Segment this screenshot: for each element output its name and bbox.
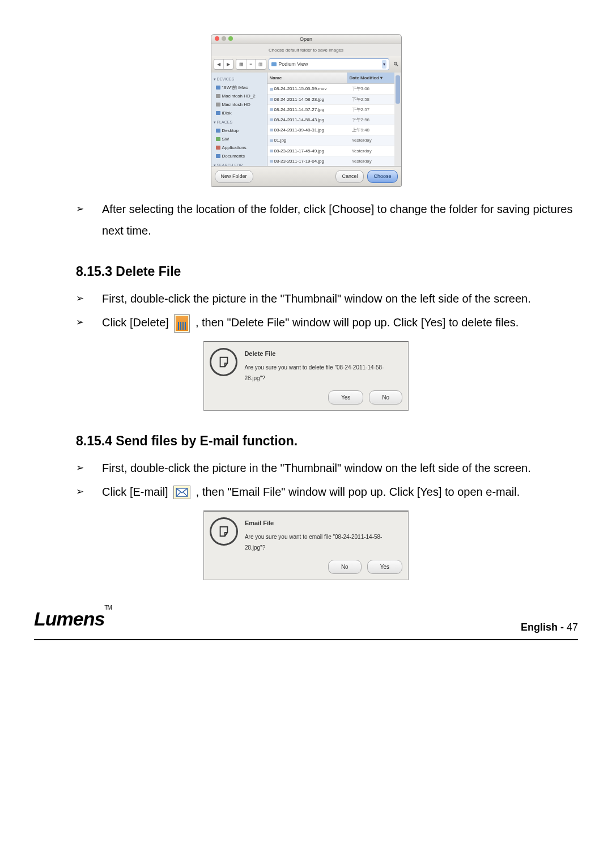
paragraph: First, double-click the picture in the "… [102,457,578,479]
table-row[interactable]: 08-24-2011-09-48-31.jpg上午9:48 [267,125,394,135]
dialog-toolbar: ◀ ▶ ▦ ≡ ▥ Podium View ▾ 🔍︎ [211,56,401,73]
column-view-icon[interactable]: ▥ [256,59,266,69]
no-button[interactable]: No [328,560,362,574]
sidebar-search-header: ▾ SEARCH FOR [214,161,265,166]
file-table: Name Date Modified ▾ 08-24-2011-15-05-59… [267,73,394,166]
search-icon[interactable]: 🔍︎ [393,59,399,70]
dialog-subtitle: Choose default folder to save images [211,44,401,56]
sidebar-item-docs[interactable]: Documents [214,152,265,160]
heading-delete-file: 8.15.3 Delete File [76,259,578,284]
table-row[interactable]: 08-23-2011-17-19-04.jpgYesterday [267,156,394,167]
heading-email-function: 8.15.4 Send files by E-mail function. [76,429,578,454]
window-controls[interactable] [215,36,233,41]
new-folder-button[interactable]: New Folder [215,170,253,183]
desktop-icon [216,129,220,133]
sidebar-devices-header: ▾ DEVICES [214,75,265,83]
scrollbar[interactable] [394,73,401,166]
page-footer: LumensTM English - 47 [34,601,578,641]
paragraph: Click [E-mail] , then "Email File" windo… [102,481,578,503]
column-date[interactable]: Date Modified ▾ [347,73,394,83]
cancel-button[interactable]: Cancel [335,170,364,183]
table-row[interactable]: 08-24-2011-14-58-28.jpg下午2:58 [267,95,394,105]
bullet-icon: ➢ [76,288,102,309]
dialog-title: Delete File [244,348,402,360]
icon-view-icon[interactable]: ▦ [236,59,247,69]
delete-icon [174,314,190,333]
sidebar-item-idisk[interactable]: iDisk [214,109,265,117]
paragraph: After selecting the location of the fold… [102,198,578,241]
documents-icon [216,154,220,158]
dialog-titlebar: Open [211,35,401,44]
bullet-icon: ➢ [76,312,102,333]
email-file-dialog: Email File Are you sure you want to emai… [203,510,409,580]
paragraph: Click [Delete] , then "Delete File" wind… [102,312,578,333]
bullet-icon: ➢ [76,481,102,503]
nav-buttons[interactable]: ◀ ▶ [214,59,233,70]
view-buttons[interactable]: ▦ ≡ ▥ [236,59,267,70]
dialog-title: Open [300,36,312,42]
delete-file-dialog: Delete File Are you sure you want to del… [203,341,409,411]
idisk-icon [216,111,220,115]
yes-button[interactable]: Yes [328,390,363,405]
table-row[interactable]: 08-24-2011-15-05-59.mov下午3:06 [267,84,394,94]
email-icon [173,486,190,499]
sidebar-item-sw[interactable]: SW [214,135,265,143]
sidebar-item-apps[interactable]: Applications [214,143,265,152]
no-button[interactable]: No [369,390,402,405]
column-name[interactable]: Name [267,73,347,83]
choose-button[interactable]: Choose [367,170,397,183]
location-label: Podium View [278,59,308,69]
forward-icon[interactable]: ▶ [224,59,233,69]
table-row[interactable]: 08-24-2011-14-56-43.jpg下午2:56 [267,115,394,125]
drive-icon [216,94,220,98]
folder-icon [271,62,277,66]
dialog-app-icon [210,348,237,376]
home-icon [216,137,220,141]
zoom-icon[interactable] [228,36,233,41]
sidebar-places-header: ▾ PLACES [214,118,265,126]
sidebar-item-hd[interactable]: Macintosh HD [214,100,265,109]
page-number: English - 47 [521,618,578,637]
bullet-icon: ➢ [76,198,102,241]
location-selector[interactable]: Podium View ▾ [269,58,389,70]
dialog-title: Email File [245,517,402,529]
computer-icon [216,86,220,90]
dialog-message: Are you sure you want to delete file "08… [244,362,402,384]
brand-logo: LumensTM [34,601,112,637]
sidebar-item-hd2[interactable]: Macintosh HD_2 [214,92,265,100]
table-row[interactable]: 01.jpgYesterday [267,135,394,146]
yes-button[interactable]: Yes [367,560,402,574]
sidebar: ▾ DEVICES "SW"的 iMac Macintosh HD_2 Maci… [211,73,267,166]
close-icon[interactable] [215,36,219,41]
paragraph: First, double-click the picture in the "… [102,288,578,309]
dialog-message: Are you sure you want to email file "08-… [245,531,402,553]
list-view-icon[interactable]: ≡ [247,59,256,69]
drive-icon [216,103,220,107]
open-dialog: Open Choose default folder to save image… [211,34,402,187]
sidebar-item-imac[interactable]: "SW"的 iMac [214,83,265,92]
sidebar-item-desktop[interactable]: Desktop [214,126,265,135]
dialog-app-icon [210,517,238,546]
table-row[interactable]: 08-24-2011-14-57-27.jpg下午2:57 [267,105,394,115]
table-row[interactable]: 08-23-2011-17-45-49.jpgYesterday [267,146,394,156]
chevron-down-icon: ▾ [382,60,386,69]
back-icon[interactable]: ◀ [214,59,224,69]
applications-icon [216,146,220,150]
bullet-icon: ➢ [76,457,102,479]
minimize-icon[interactable] [222,36,226,41]
